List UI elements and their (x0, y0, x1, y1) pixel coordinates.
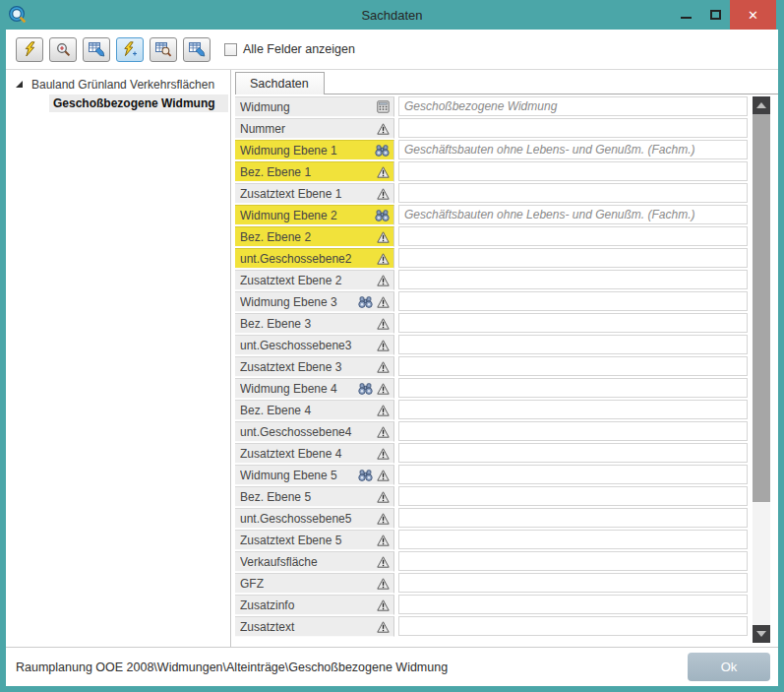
tree-item-selected[interactable]: Geschoßbezogene Widmung (49, 94, 228, 112)
field-input[interactable] (398, 118, 748, 138)
binoculars-icon[interactable] (358, 470, 373, 481)
binoculars-icon[interactable] (375, 210, 390, 221)
scroll-down-button[interactable] (753, 625, 770, 643)
field-input[interactable] (398, 508, 748, 528)
tree-expanded-icon[interactable] (16, 81, 23, 88)
warning-icon (377, 188, 390, 200)
form-row: Bez. Ebene 4 (235, 400, 751, 421)
tree-child-label: Geschoßbezogene Widmung (53, 96, 215, 110)
maximize-button[interactable] (700, 0, 730, 30)
field-input[interactable] (398, 465, 748, 484)
field-icons (377, 491, 390, 503)
field-label: Widmung Ebene 3 (240, 295, 358, 309)
binoculars-icon[interactable] (375, 145, 390, 157)
tree-item-root[interactable]: Bauland Grünland Verkehrsflächen (6, 76, 230, 94)
field-input[interactable] (398, 356, 748, 376)
field-label: Zusatztext Ebene 2 (240, 274, 377, 287)
field-value-cell (394, 291, 751, 311)
field-input[interactable] (398, 443, 748, 463)
field-value-cell (394, 465, 751, 484)
field-input[interactable] (398, 573, 748, 593)
field-input[interactable] (398, 335, 748, 354)
main-area: Bauland Grünland Verkehrsflächen Geschoß… (6, 70, 778, 647)
edit-table-2-button[interactable] (183, 37, 211, 62)
field-icons (377, 188, 390, 200)
field-label: Bez. Ebene 5 (240, 490, 377, 504)
field-input[interactable] (398, 140, 748, 159)
field-input[interactable] (398, 421, 748, 441)
alle-felder-option: Alle Felder anzeigen (224, 42, 355, 56)
field-input[interactable] (398, 205, 748, 224)
field-input[interactable] (398, 313, 748, 333)
search-table-button[interactable] (150, 37, 177, 62)
field-label: Bez. Ebene 1 (240, 165, 377, 179)
field-input[interactable] (398, 96, 748, 116)
form-row: Zusatztext Ebene 3 (235, 356, 751, 378)
table-edit-icon (189, 41, 206, 57)
field-icons (377, 426, 390, 438)
field-value-cell (394, 140, 751, 159)
statusbar: Raumplanung OOE 2008\Widmungen\Alteinträ… (6, 647, 778, 686)
scroll-up-button[interactable] (753, 96, 770, 114)
form-row: Zusatztext Ebene 2 (235, 270, 751, 291)
binoculars-icon[interactable] (358, 383, 373, 395)
form-row: Zusatzinfo (235, 595, 751, 616)
field-value-cell (394, 400, 751, 419)
field-label: Widmung Ebene 2 (240, 209, 375, 222)
field-label: Zusatztext Ebene 5 (240, 534, 377, 547)
form-row: Zusatztext Ebene 4 (235, 443, 751, 465)
field-input[interactable] (398, 270, 748, 289)
warning-icon (377, 405, 390, 416)
field-icons (358, 383, 390, 395)
field-input[interactable] (398, 616, 748, 636)
identify-flash-button[interactable] (16, 37, 43, 62)
tab-sachdaten[interactable]: Sachdaten (235, 72, 325, 94)
scrollbar-thumb[interactable] (753, 114, 770, 502)
zoom-in-button[interactable] (49, 37, 77, 62)
form-row: Bez. Ebene 3 (235, 313, 751, 335)
warning-icon (377, 166, 390, 178)
edit-table-button[interactable] (83, 37, 110, 62)
field-input[interactable] (398, 378, 748, 398)
field-icons (377, 231, 390, 243)
field-input[interactable] (398, 183, 748, 203)
field-icons (377, 166, 390, 178)
field-label: Widmung (240, 100, 377, 114)
window-body: Alle Felder anzeigen Bauland Grünland Ve… (6, 30, 778, 686)
field-label: Verkaufsfläche (240, 555, 377, 569)
field-value-cell (394, 595, 751, 614)
warning-icon (377, 556, 390, 568)
field-label-cell: Zusatztext Ebene 5 (235, 530, 394, 550)
flash-auto-button[interactable] (116, 37, 144, 62)
field-icons (377, 578, 390, 590)
field-value-cell (394, 183, 751, 203)
breadcrumb-path: Raumplanung OOE 2008\Widmungen\Alteinträ… (16, 661, 688, 674)
tree-root-label: Bauland Grünland Verkehrsflächen (31, 78, 214, 92)
calculator-icon[interactable] (377, 100, 390, 113)
sachdaten-window: Sachdaten ✕ Alle Felder anzeigen Bauland… (0, 0, 784, 692)
field-input[interactable] (398, 486, 748, 506)
field-input[interactable] (398, 530, 748, 549)
field-value-cell (394, 313, 751, 333)
field-value-cell (394, 161, 751, 181)
warning-icon (377, 231, 390, 243)
field-input[interactable] (398, 226, 748, 246)
alle-felder-checkbox[interactable] (224, 43, 237, 56)
field-icons (375, 210, 390, 221)
magnifier-plus-icon (56, 42, 71, 57)
field-input[interactable] (398, 161, 748, 181)
field-input[interactable] (398, 551, 748, 571)
field-input[interactable] (398, 248, 748, 268)
field-input[interactable] (398, 595, 748, 614)
scrollbar-track[interactable] (753, 114, 770, 625)
field-value-cell (394, 378, 751, 398)
field-input[interactable] (398, 291, 748, 311)
scrollbar[interactable] (753, 96, 770, 643)
field-icons (377, 621, 390, 633)
field-label-cell: GFZ (235, 573, 394, 594)
minimize-button[interactable] (671, 0, 700, 30)
field-input[interactable] (398, 400, 748, 419)
close-button[interactable]: ✕ (730, 0, 776, 30)
ok-button[interactable]: Ok (688, 653, 770, 681)
binoculars-icon[interactable] (358, 296, 373, 308)
